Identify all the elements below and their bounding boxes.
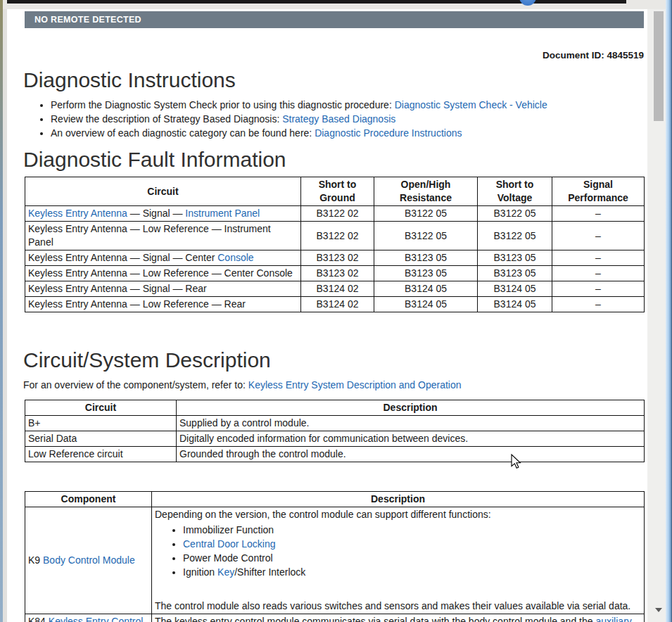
column-header: Signal Performance [552,177,645,206]
table-row: Keyless Entry Antenna — Low Reference — … [25,222,645,250]
circuit-cell: Keyless Entry Antenna — Low Reference — … [25,266,301,281]
table-row: Serial DataDigitally encoded information… [25,431,645,447]
column-header: Short to Ground [301,177,374,206]
function-item: Central Door Locking [183,537,641,551]
text-segment: — Signal — [127,208,185,219]
text-segment: Immobilizer Function [183,524,274,535]
instruction-item: Perform the Diagnostic System Check prio… [51,98,647,112]
text-segment: K84 [28,616,49,622]
circuit-cell: Low Reference circuit [25,447,177,462]
text-segment: Review the description of Strategy Based… [51,113,282,125]
column-header: Circuit [25,400,177,416]
inline-link[interactable]: Body Control Module [43,554,135,566]
table-row: Keyless Entry Antenna — Signal — Instrum… [25,206,645,222]
dtc-value-cell: B3123 02 [301,266,374,281]
column-header: Short to Voltage [478,177,552,206]
document-id: Document ID: 4845519 [7,50,647,61]
inline-link[interactable]: Key [217,566,234,578]
dtc-value-cell: – [552,206,645,222]
inline-link[interactable]: Strategy Based Diagnosis [282,113,395,125]
text-segment: K9 [28,554,43,566]
circuit-system-intro: For an overview of the component/system,… [23,379,647,391]
circuit-cell: Keyless Entry Antenna — Low Reference — … [25,297,301,312]
circuit-cell: Keyless Entry Antenna — Signal — Center … [25,250,301,266]
inline-link[interactable]: Instrument Panel [185,208,260,219]
dtc-value-cell: B3123 05 [374,250,478,266]
dtc-value-cell: – [552,250,645,266]
table-row: Keyless Entry Antenna — Signal — Center … [25,250,645,266]
description-cell: Supplied by a control module. [177,416,645,431]
dtc-value-cell: B3122 02 [301,222,374,250]
description-cell: The keyless entry control module communi… [152,614,645,622]
component-description-table: ComponentDescription K9 Body Control Mod… [25,491,645,622]
inline-link[interactable]: Keyless Entry System Description and Ope… [248,379,462,391]
text-segment: Ignition [183,566,217,578]
text-segment: The keyless entry control module communi… [155,616,595,622]
circuit-cell: Keyless Entry Antenna — Signal — Instrum… [25,206,301,222]
column-header: Open/High Resistance [374,177,478,206]
dtc-value-cell: B3122 02 [301,206,374,222]
dtc-value-cell: B3124 02 [301,297,374,312]
column-header: Component [25,492,152,507]
text-segment: For an overview of the component/system,… [23,379,248,391]
inline-link[interactable]: Keyless Entry Antenna [28,208,127,219]
text-segment: Keyless Entry Antenna — Signal — Center [28,252,217,263]
description-outro: The control module also reads various sw… [155,599,641,613]
text-segment: Power Mode Control [183,552,273,564]
dtc-value-cell: B3122 05 [478,206,552,222]
inline-link[interactable]: Central Door Locking [183,538,276,550]
description-cell: Depending on the version, the control mo… [152,507,645,614]
text-segment: An overview of each diagnostic category … [51,127,315,139]
text-segment: /Shifter Interlock [234,566,305,578]
dtc-value-cell: B3123 05 [478,250,552,266]
dtc-value-cell: – [552,281,645,297]
inline-link[interactable]: Diagnostic System Check - Vehicle [395,99,547,110]
instruction-item: Review the description of Strategy Based… [51,112,647,126]
inline-link[interactable]: Diagnostic Procedure Instructions [315,127,462,139]
function-item: Power Mode Control [183,551,641,565]
fault-information-table: CircuitShort to GroundOpen/High Resistan… [25,177,645,312]
circuit-table-header-row: CircuitDescription [25,400,645,416]
heading-diagnostic-instructions: Diagnostic Instructions [23,68,647,93]
window-right-border [666,0,672,622]
dtc-value-cell: B3124 05 [374,297,478,312]
circuit-cell: Keyless Entry Antenna — Low Reference — … [25,222,301,250]
text-segment: Keyless Entry Antenna — Low Reference — … [28,298,246,310]
table-row: Low Reference circuitGrounded through th… [25,447,645,462]
component-table-header-row: ComponentDescription [25,492,645,507]
table-row: K9 Body Control ModuleDepending on the v… [25,507,645,614]
circuit-cell: Keyless Entry Antenna — Signal — Rear [25,281,301,297]
no-remote-banner: NO REMOTE DETECTED [25,11,644,28]
function-item: Immobilizer Function [183,523,641,537]
table-row: Keyless Entry Antenna — Low Reference — … [25,266,645,281]
text-segment: Keyless Entry Antenna — Low Reference — … [28,267,293,279]
function-list: Immobilizer FunctionCentral Door Locking… [155,523,641,579]
text-segment: Keyless Entry Antenna — Signal — Rear [28,283,207,294]
component-cell: K9 Body Control Module [25,507,152,614]
heading-circuit-system-description: Circuit/System Description [23,348,647,373]
table-row: B+Supplied by a control module. [25,416,645,431]
dtc-value-cell: B3122 05 [478,222,552,250]
text-segment: Keyless Entry Antenna — Low Reference — … [28,223,271,248]
heading-diagnostic-fault-information: Diagnostic Fault Information [23,147,647,172]
dtc-value-cell: B3123 05 [374,266,478,281]
function-item: Ignition Key/Shifter Interlock [183,565,641,579]
dtc-value-cell: B3124 05 [478,297,552,312]
column-header: Description [177,400,645,416]
instruction-item: An overview of each diagnostic category … [51,126,647,140]
circuit-cell: Serial Data [25,431,177,447]
dtc-value-cell: B3122 05 [374,222,478,250]
circuit-description-table: CircuitDescription B+Supplied by a contr… [25,400,645,462]
text-segment: Perform the Diagnostic System Check prio… [51,99,395,110]
scrollbar-thumb[interactable] [654,11,664,121]
dtc-value-cell: B3124 05 [478,281,552,297]
dtc-value-cell: B3122 05 [374,206,478,222]
circuit-cell: B+ [25,416,177,431]
dtc-value-cell: B3123 02 [301,250,374,266]
table-row: Keyless Entry Antenna — Low Reference — … [25,297,645,312]
table-row: Keyless Entry Antenna — Signal — RearB31… [25,281,645,297]
dtc-value-cell: – [552,297,645,312]
inline-link[interactable]: Console [217,252,253,263]
scrollbar-down-arrow-icon[interactable] [655,608,662,612]
dtc-value-cell: – [552,222,645,250]
